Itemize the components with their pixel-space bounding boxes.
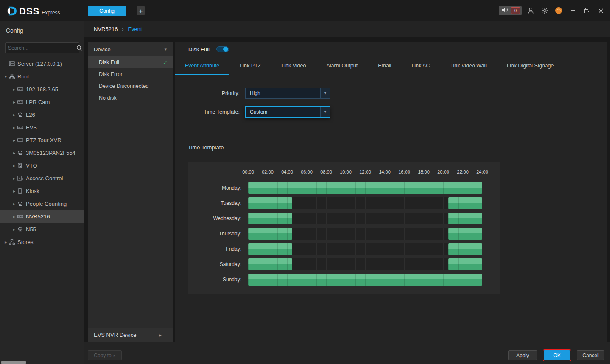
apply-button[interactable]: Apply [508, 350, 537, 360]
schedule-bar[interactable] [448, 197, 483, 209]
schedule-bar[interactable] [248, 182, 482, 194]
tree-item-3m05123pan2f554[interactable]: ▸3M05123PAN2F554 [0, 146, 84, 159]
schedule-track[interactable] [248, 213, 482, 224]
schedule-rows: Monday:Tuesday:Wednesday:Thursday:Friday… [188, 182, 482, 289]
expand-arrow-icon[interactable]: ▸ [11, 227, 17, 232]
event-type-no-disk[interactable]: No disk [88, 92, 173, 104]
ok-button[interactable]: OK [544, 350, 570, 360]
horizontal-scrollbar-thumb[interactable] [1, 361, 26, 364]
expand-arrow-icon[interactable]: ▸ [11, 163, 17, 168]
event-type-label: Disk Error [99, 71, 123, 77]
expand-arrow-icon[interactable]: ▸ [11, 176, 17, 181]
tab-alarm-output[interactable]: Alarm Output [316, 56, 368, 75]
schedule-track[interactable] [248, 197, 482, 209]
copy-to-button[interactable]: Copy to ▸ [88, 350, 122, 360]
tree-item-ptz-tour-xvr[interactable]: ▸PTZ Tour XVR [0, 134, 84, 146]
expand-arrow-icon[interactable]: ▸ [11, 125, 17, 130]
time-tick-label: 06:00 [298, 169, 315, 174]
schedule-bar[interactable] [248, 228, 292, 240]
speaker-icon [502, 7, 508, 14]
tree-item-root[interactable]: ▾Root [0, 70, 84, 83]
topbar-right-cluster: 0 [499, 0, 606, 21]
expand-arrow-icon[interactable]: ▸ [11, 202, 17, 206]
sidebar: Config Server (127.0.0.1)▾Root▸192.168.2… [0, 21, 84, 364]
cancel-button[interactable]: Cancel [577, 350, 604, 360]
event-type-disk-error[interactable]: Disk Error [88, 68, 173, 80]
dome-icon [17, 227, 26, 232]
close-button[interactable] [596, 5, 606, 16]
priority-select[interactable]: High ▾ [245, 88, 330, 99]
maximize-restore-button[interactable] [582, 5, 592, 16]
sidebar-title: Config [6, 27, 23, 34]
tab-event-attribute[interactable]: Event Attribute [175, 56, 229, 75]
schedule-bar[interactable] [248, 258, 292, 270]
tab-email[interactable]: Email [368, 56, 401, 75]
schedule-bar[interactable] [248, 243, 292, 255]
event-name: Disk Full [188, 46, 210, 53]
tree-item-label: Server (127.0.0.1) [17, 61, 62, 67]
alarm-sound-button[interactable]: 0 [499, 6, 522, 15]
schedule-time-axis: 00:0002:0004:0006:0008:0010:0012:0014:00… [188, 169, 500, 176]
expand-arrow-icon[interactable]: ▸ [11, 87, 17, 92]
event-type-device-disconnected[interactable]: Device Disconnected [88, 80, 173, 92]
schedule-track[interactable] [248, 228, 482, 240]
schedule-track[interactable] [248, 243, 482, 255]
tree-item-people-counting[interactable]: ▸People Counting [0, 197, 84, 210]
schedule-bar[interactable] [248, 213, 292, 224]
breadcrumb-page[interactable]: Event [128, 26, 142, 32]
schedule-bar[interactable] [448, 243, 483, 255]
evs-nvr-device-section[interactable]: EVS NVR Device ▸ [88, 328, 173, 342]
time-template-select[interactable]: Custom ▾ [245, 106, 330, 118]
tree-item-192-168-2-65[interactable]: ▸192.168.2.65 [0, 83, 84, 95]
schedule-bar[interactable] [448, 213, 483, 224]
device-type-label: Device [94, 46, 111, 53]
tree-item-n55[interactable]: ▸N55 [0, 223, 84, 235]
tree-item-kiosk[interactable]: ▸Kiosk [0, 185, 84, 197]
schedule-row-wednesday: Wednesday: [188, 213, 482, 224]
schedule-bar[interactable] [448, 228, 483, 240]
breadcrumb-device[interactable]: NVR5216 [94, 26, 118, 32]
tree-item-lpr-cam[interactable]: ▸LPR Cam [0, 95, 84, 108]
tab-link-digital-signage[interactable]: Link Digital Signage [497, 56, 564, 75]
minimize-button[interactable] [568, 5, 578, 16]
expand-arrow-icon[interactable]: ▸ [11, 214, 17, 219]
search-icon[interactable] [76, 45, 82, 51]
schedule-track[interactable] [248, 182, 482, 194]
check-icon: ✓ [163, 59, 168, 66]
tree-item-l26[interactable]: ▸L26 [0, 108, 84, 121]
tree-item-access-control[interactable]: ▸Access Control [0, 172, 84, 185]
schedule-track[interactable] [248, 274, 482, 286]
schedule-track[interactable] [248, 258, 482, 270]
tree-item-evs[interactable]: ▸EVS [0, 121, 84, 134]
device-type-dropdown[interactable]: Device ▾ [88, 42, 173, 56]
tree-item-vto[interactable]: ▸VTO [0, 159, 84, 172]
tab-link-ac[interactable]: Link AC [401, 56, 440, 75]
event-enable-toggle[interactable] [216, 46, 229, 52]
tree-item-nvr5216[interactable]: ▸NVR5216 [0, 210, 84, 223]
expand-arrow-icon[interactable]: ▸ [11, 151, 17, 155]
brand-status-icon [554, 5, 564, 16]
expand-arrow-icon[interactable]: ▸ [11, 100, 17, 104]
tab-link-ptz[interactable]: Link PTZ [229, 56, 271, 75]
expand-arrow-icon[interactable]: ▸ [11, 138, 17, 143]
tree-item-stores[interactable]: ▸Stores [0, 235, 84, 248]
schedule-bar[interactable] [448, 258, 483, 270]
tab-link-video-wall[interactable]: Link Video Wall [440, 56, 496, 75]
user-button[interactable] [526, 5, 536, 16]
time-tick-label: 18:00 [415, 169, 432, 174]
expand-arrow-icon[interactable]: ▸ [11, 112, 17, 117]
search-input[interactable] [6, 45, 76, 51]
settings-gear-button[interactable] [540, 5, 550, 16]
tab-config[interactable]: Config [88, 6, 126, 16]
expand-arrow-icon[interactable]: ▸ [11, 189, 17, 193]
tree-item-label: 3M05123PAN2F554 [26, 150, 76, 156]
schedule-bar[interactable] [248, 274, 482, 286]
expand-arrow-icon[interactable]: ▸ [3, 240, 9, 244]
tab-link-video[interactable]: Link Video [271, 56, 316, 75]
schedule-bar[interactable] [248, 197, 292, 209]
search-box[interactable] [5, 42, 79, 53]
event-type-disk-full[interactable]: Disk Full✓ [88, 56, 173, 68]
tree-item-server-127-0-0-1[interactable]: Server (127.0.0.1) [0, 57, 84, 70]
add-tab-button[interactable]: + [137, 6, 145, 15]
collapse-arrow-icon[interactable]: ▾ [3, 74, 9, 79]
